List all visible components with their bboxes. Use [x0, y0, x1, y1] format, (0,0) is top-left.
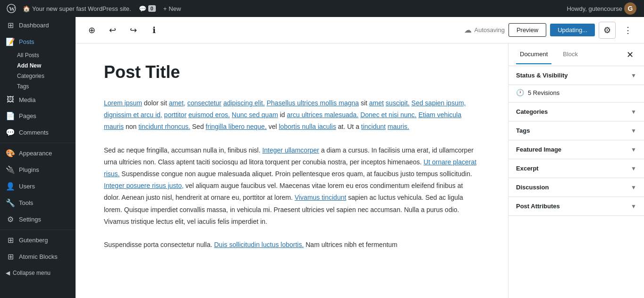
section-discussion-header[interactable]: Discussion ▼ — [508, 178, 644, 196]
section-discussion: Discussion ▼ — [508, 178, 644, 197]
preview-label: Preview — [517, 26, 538, 34]
wp-logo[interactable]: W — [4, 0, 19, 17]
preview-button[interactable]: Preview — [508, 23, 546, 37]
excerpt-chevron: ▼ — [631, 165, 636, 172]
panel-content: Status & Visibility ▼ 🕐 5 Revisions — [508, 66, 644, 298]
plus-circle-icon: ⊕ — [88, 25, 95, 35]
info-button[interactable]: ℹ — [145, 22, 162, 39]
comment-count: 0 — [148, 5, 156, 12]
close-icon: ✕ — [627, 50, 634, 60]
new-item[interactable]: + New — [160, 0, 185, 17]
sidebar-item-atomic-blocks[interactable]: ⊞ Atomic Blocks — [0, 248, 76, 265]
sidebar-label-settings: Settings — [19, 216, 41, 223]
sidebar-item-gutenberg[interactable]: ⊞ Gutenberg — [0, 232, 76, 248]
sidebar-label-tools: Tools — [19, 199, 33, 206]
section-post-attributes-header[interactable]: Post Attributes ▼ — [508, 197, 644, 215]
settings-toggle-button[interactable]: ⚙ — [599, 22, 616, 39]
sidebar-sub-all-posts[interactable]: All Posts — [0, 50, 76, 60]
document-tab-label: Document — [520, 51, 548, 58]
post-body[interactable]: Lorem ipsum dolor sit amet, consectetur … — [104, 97, 480, 251]
right-panel: Document Block ✕ Status & Visibility ▼ — [508, 43, 644, 298]
collapse-label: Collapse menu — [13, 270, 51, 276]
section-post-attributes: Post Attributes ▼ — [508, 197, 644, 216]
sidebar-item-media[interactable]: 🖼 Media — [0, 92, 76, 108]
tags-chevron: ▼ — [631, 128, 636, 134]
sidebar-item-plugins[interactable]: 🔌 Plugins — [0, 162, 76, 178]
panel-close-button[interactable]: ✕ — [623, 48, 636, 61]
plugins-icon: 🔌 — [6, 165, 15, 174]
svg-text:W: W — [9, 5, 15, 12]
autosaving-indicator: ☁ Autosaving — [464, 26, 505, 34]
new-label: New — [169, 5, 181, 12]
sidebar-item-pages[interactable]: 📄 Pages — [0, 108, 76, 124]
howdy-label: Howdy, gutencourse — [567, 5, 622, 12]
collapse-menu-button[interactable]: ◀ Collapse menu — [0, 265, 76, 281]
sidebar-item-appearance[interactable]: 🎨 Appearance — [0, 145, 76, 162]
kebab-icon: ⋮ — [624, 25, 632, 35]
settings-sidebar-icon: ⚙ — [6, 215, 15, 224]
appearance-icon: 🎨 — [6, 149, 15, 158]
tab-block[interactable]: Block — [559, 45, 582, 64]
discussion-chevron: ▼ — [631, 184, 636, 191]
cloud-icon: ☁ — [464, 26, 472, 34]
editor-toolbar: ⊕ ↩ ↪ ℹ ☁ Autosaving Preview Updating... — [76, 17, 644, 43]
autosaving-label: Autosaving — [475, 26, 505, 34]
post-title[interactable]: Post Title — [104, 62, 480, 82]
sidebar-sub-categories[interactable]: Categories — [0, 71, 76, 81]
sidebar-label-media: Media — [19, 96, 35, 103]
tools-icon: 🔧 — [6, 198, 15, 207]
post-content-area[interactable]: Post Title Lorem ipsum dolor sit amet, c… — [76, 43, 508, 298]
section-status-visibility: Status & Visibility ▼ — [508, 66, 644, 85]
panel-tabs: Document Block ✕ — [508, 43, 644, 66]
plus-icon: + — [163, 5, 167, 12]
comments-item[interactable]: 💬 0 — [135, 0, 160, 17]
sidebar-item-posts[interactable]: 📝 Posts — [0, 34, 76, 50]
revisions-row[interactable]: 🕐 5 Revisions — [508, 85, 644, 102]
sidebar-label-posts: Posts — [19, 38, 34, 45]
section-excerpt: Excerpt ▼ — [508, 159, 644, 178]
editor-body: Post Title Lorem ipsum dolor sit amet, c… — [76, 43, 644, 298]
sidebar-item-users[interactable]: 👤 Users — [0, 178, 76, 195]
sidebar-item-dashboard[interactable]: ⊞ Dashboard — [0, 17, 76, 34]
media-icon: 🖼 — [6, 95, 15, 104]
sidebar-sub-add-new[interactable]: Add New — [0, 60, 76, 71]
sidebar-divider-1 — [0, 143, 76, 143]
categories-label: Categories — [516, 108, 548, 115]
gutenberg-icon: ⊞ — [6, 236, 15, 245]
tab-document[interactable]: Document — [516, 45, 551, 64]
atomic-blocks-icon: ⊞ — [6, 252, 15, 261]
featured-image-chevron: ▼ — [631, 146, 636, 153]
sidebar-sub-tags[interactable]: Tags — [0, 81, 76, 92]
sidebar: ⊞ Dashboard 📝 Posts All Posts Add New Ca… — [0, 17, 76, 298]
add-block-button[interactable]: ⊕ — [83, 22, 100, 39]
redo-button[interactable]: ↪ — [125, 22, 142, 39]
sidebar-label-pages: Pages — [19, 112, 36, 119]
sidebar-item-comments[interactable]: 💬 Comments — [0, 124, 76, 141]
update-button[interactable]: Updating... — [550, 24, 595, 36]
section-status-visibility-header[interactable]: Status & Visibility ▼ — [508, 66, 644, 85]
section-categories-header[interactable]: Categories ▼ — [508, 102, 644, 121]
sidebar-item-tools[interactable]: 🔧 Tools — [0, 195, 76, 211]
posts-icon: 📝 — [6, 37, 15, 46]
post-paragraph-3: Suspendisse porta consectetur nulla. Dui… — [104, 239, 480, 251]
sidebar-label-comments: Comments — [19, 129, 49, 136]
user-greeting[interactable]: Howdy, gutencourse G — [567, 2, 640, 15]
sidebar-label-users: Users — [19, 183, 35, 190]
sidebar-label-plugins: Plugins — [19, 166, 39, 173]
section-tags: Tags ▼ — [508, 121, 644, 140]
sidebar-label-gutenberg: Gutenberg — [19, 237, 48, 244]
more-options-button[interactable]: ⋮ — [619, 22, 636, 39]
sidebar-item-settings[interactable]: ⚙ Settings — [0, 211, 76, 228]
site-name-item[interactable]: 🏠 Your new super fast WordPress site. — [19, 0, 135, 17]
sidebar-label-dashboard: Dashboard — [19, 22, 49, 29]
main-layout: ⊞ Dashboard 📝 Posts All Posts Add New Ca… — [0, 17, 644, 298]
sidebar-label-atomic-blocks: Atomic Blocks — [19, 253, 58, 260]
revisions-label: 5 Revisions — [528, 89, 559, 96]
section-excerpt-header[interactable]: Excerpt ▼ — [508, 159, 644, 178]
undo-button[interactable]: ↩ — [104, 22, 121, 39]
avatar: G — [624, 2, 636, 15]
section-featured-image-header[interactable]: Featured Image ▼ — [508, 140, 644, 159]
site-name-label: Your new super fast WordPress site. — [32, 5, 131, 12]
section-tags-header[interactable]: Tags ▼ — [508, 121, 644, 140]
home-icon: 🏠 — [23, 5, 30, 12]
